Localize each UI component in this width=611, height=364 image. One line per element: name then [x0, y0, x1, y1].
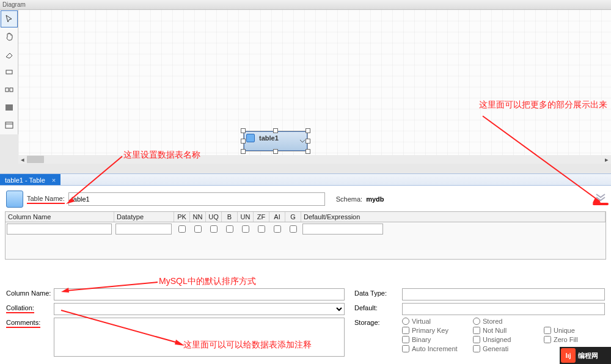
arrow-tool[interactable] [1, 10, 18, 27]
watermark: lıj 编程网 [560, 347, 611, 364]
header-pk: PK [174, 212, 190, 222]
scroll-right-icon[interactable]: ▸ [602, 155, 611, 164]
header-b: B [222, 212, 238, 222]
svg-rect-3 [5, 104, 13, 111]
panel-title: Diagram [0, 0, 611, 10]
svg-rect-1 [5, 88, 9, 92]
diagram-canvas[interactable]: table1 ◂ ▸ [18, 10, 611, 164]
resize-handle[interactable] [306, 139, 310, 144]
opt-binary[interactable]: Binary [402, 336, 469, 343]
svg-rect-4 [5, 122, 13, 128]
header-default: Default/Expression [301, 212, 606, 222]
schema-value: mydb [366, 195, 384, 203]
columns-header: Column Name Datatype PK NN UQ B UN ZF AI… [5, 212, 606, 222]
table-editor-icon [6, 191, 23, 208]
svg-rect-0 [6, 70, 12, 74]
col-datatype-input[interactable] [115, 224, 172, 235]
table-shape-label: table1 [259, 134, 279, 142]
header-uq: UQ [206, 212, 222, 222]
close-icon[interactable]: × [52, 174, 56, 186]
col-uq-checkbox[interactable] [210, 225, 218, 233]
resize-handle[interactable] [306, 128, 310, 133]
watermark-text: 编程网 [578, 351, 598, 360]
table-editor: Table Name: Schema: mydb Column Name Dat… [0, 186, 611, 364]
columns-grid[interactable]: Column Name Datatype PK NN UQ B UN ZF AI… [5, 211, 606, 260]
horizontal-scrollbar[interactable]: ◂ ▸ [18, 155, 611, 164]
col-name-input[interactable] [7, 224, 112, 235]
opt-not-null[interactable]: Not Null [473, 327, 540, 334]
watermark-icon: lıj [561, 348, 576, 363]
detail-column-name-input[interactable] [54, 288, 345, 300]
column-detail-left: Column Name: Collation: Comments: [6, 286, 354, 360]
col-ai-checkbox[interactable] [274, 225, 281, 233]
image-icon-tool[interactable] [1, 99, 18, 116]
header-ai: AI [269, 212, 285, 222]
opt-zero-fill[interactable]: Zero Fill [544, 336, 605, 343]
eraser-tool[interactable] [1, 46, 18, 63]
opt-unsigned[interactable]: Unsigned [473, 336, 540, 343]
schema-label: Schema: [336, 195, 362, 203]
annotation-underline [593, 203, 609, 205]
scroll-thumb[interactable] [27, 156, 44, 163]
hand-tool[interactable] [1, 28, 18, 45]
table-name-input[interactable] [68, 192, 325, 206]
resize-handle[interactable] [241, 128, 246, 133]
svg-rect-2 [10, 88, 13, 92]
editor-tab-label: table1 - Table [5, 177, 45, 184]
header-zf: ZF [254, 212, 269, 222]
resize-handle[interactable] [241, 149, 246, 154]
detail-collation-label: Collation: [6, 304, 34, 313]
col-pk-checkbox[interactable] [178, 225, 186, 233]
resize-handle[interactable] [306, 149, 310, 154]
chevron-down-icon[interactable] [299, 138, 306, 144]
editor-tab[interactable]: table1 - Table × [0, 174, 60, 185]
resize-handle[interactable] [273, 149, 278, 154]
detail-default-input[interactable] [402, 303, 605, 315]
resize-handle[interactable] [241, 139, 246, 144]
scroll-left-icon[interactable]: ◂ [18, 155, 27, 164]
opt-auto-increment[interactable]: Auto Increment [402, 345, 469, 352]
opt-primary-key[interactable]: Primary Key [402, 327, 469, 334]
table-shape[interactable]: table1 [243, 131, 308, 151]
header-nn: NN [190, 212, 206, 222]
opt-unique[interactable]: Unique [544, 327, 605, 334]
detail-data-type-label: Data Type: [354, 288, 402, 297]
table-icon [246, 134, 255, 142]
diagram-toolbar [0, 10, 18, 134]
col-b-checkbox[interactable] [226, 225, 233, 233]
storage-virtual-radio[interactable]: Virtual [402, 318, 469, 325]
canvas-grid [18, 10, 611, 164]
detail-default-label: Default: [354, 303, 402, 311]
resize-handle[interactable] [273, 128, 278, 133]
opt-generated[interactable]: Generati [473, 345, 540, 352]
detail-storage-label: Storage: [354, 318, 402, 326]
columns-row[interactable] [5, 222, 606, 236]
detail-data-type-input[interactable] [402, 288, 605, 300]
detail-collation-select[interactable] [54, 303, 345, 315]
header-column-name: Column Name [5, 212, 114, 222]
detail-column-name-label: Column Name: [6, 288, 54, 297]
header-datatype: Datatype [114, 212, 174, 222]
table-name-label: Table Name: [27, 195, 65, 204]
col-g-checkbox[interactable] [290, 225, 297, 233]
col-un-checkbox[interactable] [242, 225, 249, 233]
editor-tab-bar: table1 - Table × [0, 173, 611, 186]
col-default-input[interactable] [302, 224, 383, 235]
detail-comments-label: Comments: [6, 319, 40, 328]
header-un: UN [238, 212, 254, 222]
col-nn-checkbox[interactable] [194, 225, 202, 233]
text-icon-tool[interactable] [1, 117, 18, 134]
layer-icon-tool[interactable] [1, 64, 18, 81]
header-g: G [285, 212, 301, 222]
storage-stored-radio[interactable]: Stored [473, 318, 540, 325]
col-zf-checkbox[interactable] [258, 225, 265, 233]
expand-panel-icon[interactable] [594, 189, 607, 203]
detail-comments-input[interactable] [54, 318, 345, 357]
nn-icon-tool[interactable] [1, 81, 18, 98]
